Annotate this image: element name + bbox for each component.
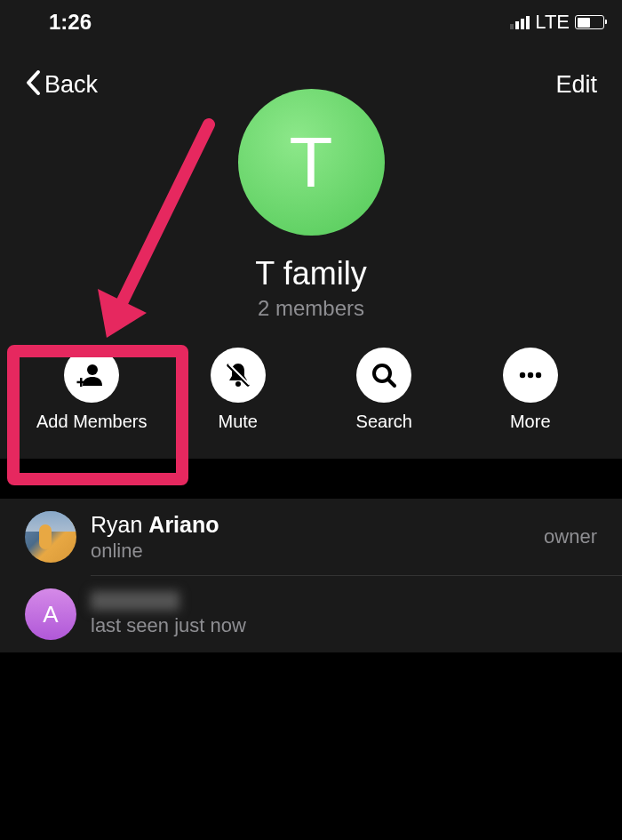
add-person-icon <box>64 348 119 403</box>
member-avatar <box>25 511 76 563</box>
member-name-redacted <box>91 591 179 611</box>
more-button[interactable]: More <box>462 348 600 432</box>
status-right: LTE <box>510 11 604 34</box>
group-name: T family <box>0 255 622 292</box>
search-icon <box>356 348 411 403</box>
svg-point-9 <box>528 372 533 378</box>
add-members-label: Add Members <box>36 412 148 432</box>
status-bar: 1:26 LTE <box>0 0 622 44</box>
member-info: last seen just now <box>91 591 597 637</box>
member-list: Ryan Ariano online owner A last seen jus… <box>0 499 622 652</box>
mute-icon <box>211 348 266 403</box>
add-members-button[interactable]: Add Members <box>23 348 161 432</box>
svg-rect-2 <box>77 381 86 384</box>
cellular-signal-icon <box>510 16 530 29</box>
svg-point-0 <box>87 364 98 375</box>
member-row[interactable]: A last seen just now <box>0 576 622 652</box>
network-label: LTE <box>535 11 570 34</box>
group-header: T T family 2 members <box>0 89 622 321</box>
member-role: owner <box>544 525 597 548</box>
member-avatar: A <box>25 588 76 640</box>
chevron-left-icon <box>25 69 41 100</box>
mute-label: Mute <box>219 412 258 432</box>
group-member-count: 2 members <box>0 296 622 321</box>
member-row[interactable]: Ryan Ariano online owner <box>0 499 622 575</box>
more-label: More <box>510 412 551 432</box>
action-row: Add Members Mute Search More <box>0 321 622 432</box>
back-label: Back <box>44 71 98 99</box>
member-status: online <box>91 540 530 563</box>
group-avatar[interactable]: T <box>238 89 385 236</box>
search-button[interactable]: Search <box>315 348 453 432</box>
member-info: Ryan Ariano online <box>91 512 530 563</box>
svg-line-7 <box>388 380 395 386</box>
member-status: last seen just now <box>91 614 597 637</box>
search-label: Search <box>356 412 412 432</box>
back-button[interactable]: Back <box>25 69 98 100</box>
battery-icon <box>575 15 604 29</box>
edit-button[interactable]: Edit <box>555 71 597 99</box>
mute-button[interactable]: Mute <box>170 348 307 432</box>
member-name: Ryan Ariano <box>91 512 530 538</box>
more-icon <box>503 348 558 403</box>
svg-point-10 <box>536 372 541 378</box>
svg-point-3 <box>235 381 241 387</box>
status-time: 1:26 <box>49 10 92 35</box>
svg-point-8 <box>520 372 525 378</box>
